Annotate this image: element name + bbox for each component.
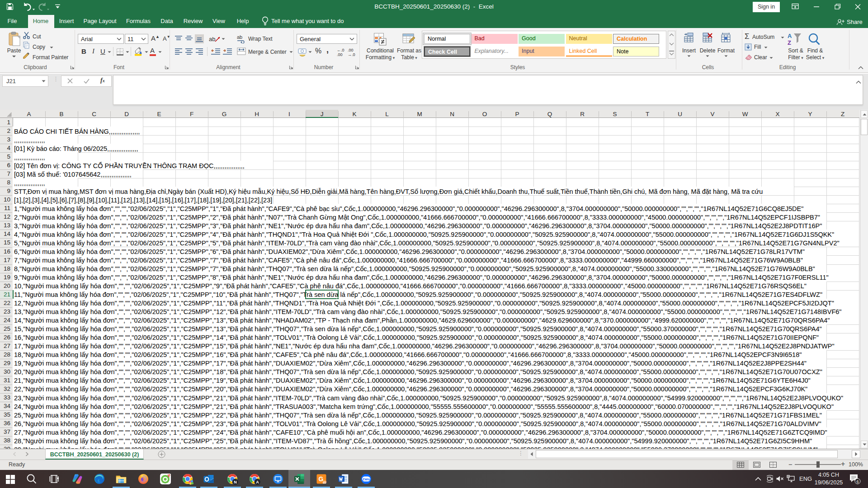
svg-text:A: A bbox=[256, 480, 259, 484]
svg-text:Zalo: Zalo bbox=[363, 477, 370, 481]
svg-text:N: N bbox=[234, 480, 237, 484]
svg-text:6: 6 bbox=[856, 479, 859, 484]
svg-text:PDF: PDF bbox=[322, 481, 327, 483]
